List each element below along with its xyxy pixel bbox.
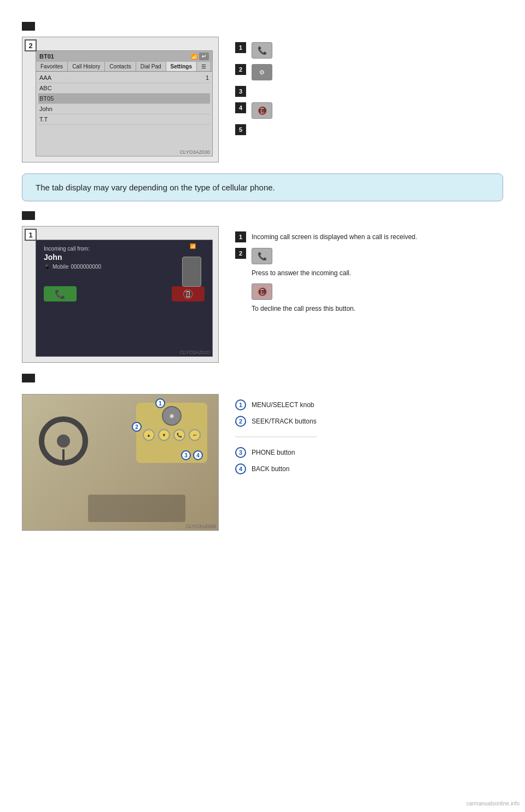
contact-num-aaa: 1 [206, 74, 209, 81]
signal-icon: 📶 [191, 54, 197, 60]
legend-item-2: 2 ⚙ [235, 64, 272, 80]
screen-code-2: CLYO3AZ020 [180, 350, 210, 355]
contact-name-bt05: BT05 [39, 95, 54, 102]
incoming-screen: 📶 Incoming call from: John 📱 Mobile 0000… [36, 240, 213, 357]
tab-callhistory[interactable]: Call History [68, 62, 105, 71]
back-ctrl-btn[interactable]: ↩ [189, 429, 201, 441]
section-header-2 [22, 211, 503, 226]
screen-incoming-box: 1 📶 Incoming call from: John 📱 Mobile 00… [22, 226, 219, 363]
watermark: carmanualsonline.info [466, 801, 520, 807]
section-1: 2 BT01 📶 ↩ Favorites Call History Contac… [22, 37, 503, 163]
callout-1: 1 [155, 398, 165, 408]
steering-hub [57, 434, 70, 448]
section2-legend: 1 Incoming call screen is displayed when… [235, 226, 417, 363]
s2-legend-item-2: 2 📞 Press to answer the incoming call. [235, 248, 417, 278]
s3-circle-3: 3 [235, 447, 246, 458]
s2-spacer [235, 283, 246, 294]
dashboard-inner: 1 2 3 4 ◉ ▲ ▼ 📞 ↩ [22, 395, 218, 530]
section-2: 1 📶 Incoming call from: John 📱 Mobile 00… [22, 226, 503, 363]
screen-code-3: CLYO3AZ008 [186, 524, 216, 529]
tab-dialpad[interactable]: Dial Pad [136, 62, 166, 71]
settings-icon-btn[interactable]: ⚙ [252, 64, 272, 80]
s2-legend-text-2b: To decline the call press this button. [252, 303, 355, 314]
contacts-list: AAA 1 ABC BT05 John T.T [36, 72, 212, 126]
tab-menu-icon[interactable]: ☰ [197, 62, 211, 71]
callout-4: 4 [193, 450, 203, 460]
seek-up-btn[interactable]: ▲ [143, 429, 155, 441]
section-header-3 [22, 374, 503, 388]
phone-type-label: Mobile [52, 264, 68, 270]
back-btn[interactable]: ↩ [199, 53, 209, 60]
screen-code-1: CLYO3AZ030 [180, 149, 210, 155]
legend-content-4: 📵 [252, 102, 272, 119]
screen-badge-1: 1 [25, 229, 37, 241]
legend-content-1: 📞 [252, 42, 272, 59]
phone-number: 0000000000 [71, 264, 101, 270]
phone-type-icon: 📱 [44, 264, 50, 270]
steering-wheel [39, 416, 88, 466]
tab-favorites[interactable]: Favorites [36, 62, 68, 71]
s2-legend-num-2: 2 [235, 248, 246, 259]
s3-legend-text-4: BACK button [252, 463, 289, 474]
contact-john[interactable]: John [38, 104, 210, 114]
legend-num-2: 2 [235, 64, 246, 75]
screen-badge-2: 2 [25, 39, 37, 51]
s3-circle-1: 1 [235, 399, 246, 410]
tab-settings[interactable]: Settings [166, 62, 197, 71]
page-container: 2 BT01 📶 ↩ Favorites Call History Contac… [0, 0, 525, 553]
s2-legend-item-1: 1 Incoming call screen is displayed when… [235, 231, 417, 242]
contact-name-abc: ABC [39, 85, 52, 91]
legend-item-4: 4 📵 [235, 102, 272, 119]
s3-circle-2: 2 [235, 416, 246, 427]
section-marker-1 [22, 22, 35, 31]
phone-btn[interactable]: 📞 [173, 429, 185, 441]
phone-book-icon-btn[interactable]: 📞 [252, 42, 272, 59]
notice-text: The tab display may vary depending on th… [36, 183, 275, 192]
seek-down-btn[interactable]: ▼ [158, 429, 170, 441]
callout-2: 2 [132, 422, 142, 432]
contact-name-tt: T.T [39, 116, 48, 123]
notice-box: The tab display may vary depending on th… [22, 173, 503, 201]
phone-graphic [182, 257, 201, 287]
decline-button[interactable]: 📵 [172, 286, 205, 301]
tab-contacts[interactable]: Contacts [105, 62, 136, 71]
knob-row: ◉ [139, 406, 204, 426]
s3-legend-text-3: PHONE button [252, 447, 295, 457]
end-call-icon-btn[interactable]: 📵 [252, 102, 272, 119]
incoming-phone: 📱 Mobile 0000000000 [44, 264, 205, 270]
contact-bt05[interactable]: BT05 [38, 94, 210, 104]
incoming-title: Incoming call from: [44, 246, 205, 252]
section-3: 1 2 3 4 ◉ ▲ ▼ 📞 ↩ [22, 394, 503, 531]
screen-bt01-box: 2 BT01 📶 ↩ Favorites Call History Contac… [22, 37, 219, 163]
bt01-titlebar: BT01 📶 ↩ [36, 51, 212, 62]
section-header-1 [22, 22, 503, 37]
legend-num-4: 4 [235, 102, 246, 113]
s3-legend-item-2: 2 SEEK/TRACK buttons [235, 416, 317, 427]
incoming-signal-icon: 📶 [190, 243, 196, 249]
legend-content-2: ⚙ [252, 64, 272, 80]
s3-legend-text-1: MENU/SELECT knob [252, 399, 314, 410]
s2-decline-icon-btn[interactable]: 📵 [252, 283, 272, 300]
legend-num-1: 1 [235, 42, 246, 53]
section-marker-2 [22, 211, 35, 220]
contact-tt[interactable]: T.T [38, 114, 210, 125]
callout-3: 3 [181, 450, 191, 460]
contact-abc[interactable]: ABC [38, 83, 210, 94]
s2-legend-content-2b: 📵 To decline the call press this button. [252, 283, 355, 314]
bt01-titlebar-right: 📶 ↩ [191, 53, 209, 60]
screen-dashboard-box: 1 2 3 4 ◉ ▲ ▼ 📞 ↩ [22, 394, 219, 531]
answer-button[interactable]: 📞 [44, 286, 77, 301]
contact-name-aaa: AAA [39, 74, 51, 81]
section-marker-3 [22, 374, 35, 382]
s2-legend-item-2b: 📵 To decline the call press this button. [235, 283, 417, 314]
control-cluster: 1 2 3 4 ◉ ▲ ▼ 📞 ↩ [136, 403, 207, 463]
side-btns-row: ▲ ▼ 📞 ↩ [139, 429, 204, 441]
contact-aaa[interactable]: AAA 1 [38, 73, 210, 83]
bt01-title: BT01 [39, 53, 54, 60]
bt01-screen: BT01 📶 ↩ Favorites Call History Contacts… [36, 50, 213, 156]
s2-legend-num-1: 1 [235, 231, 246, 242]
s2-answer-icon-btn[interactable]: 📞 [252, 248, 272, 264]
legend-num-5: 5 [235, 124, 246, 135]
menu-select-knob[interactable]: ◉ [162, 406, 182, 426]
steering-spoke [62, 449, 65, 466]
